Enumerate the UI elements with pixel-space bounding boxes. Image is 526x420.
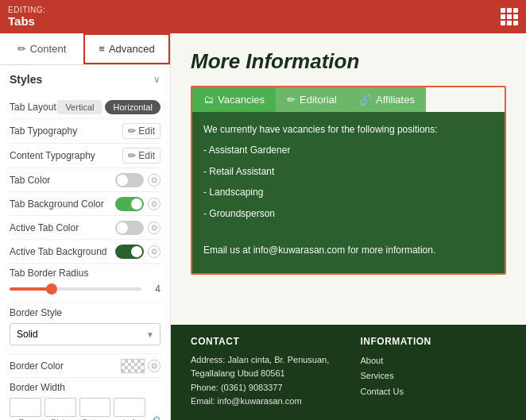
tab-typography-label: Tab Typography [10, 125, 122, 137]
tabs-nav: 🗂 Vacancies ✏ Editorial 🔗 Affiliates [192, 87, 505, 112]
border-right-wrap: Right [44, 398, 76, 420]
edit-icon: ✏ [128, 125, 136, 137]
main-layout: ✏ Content ≡ Advanced Styles ∨ Tab Layout… [0, 33, 526, 420]
advanced-tab-label: Advanced [109, 43, 155, 55]
footer-contact-link[interactable]: Contact Us [361, 384, 507, 400]
edit-icon2: ✏ [128, 150, 136, 161]
tab-content-item3: - Landscaping [203, 184, 493, 200]
active-tab-color-toggle[interactable] [115, 221, 144, 235]
border-style-select-wrap: Solid Dashed Dotted None ▼ [10, 323, 161, 345]
tab-typography-row: Tab Typography ✏ Edit [10, 119, 161, 144]
border-bottom-input[interactable] [79, 398, 111, 417]
advanced-tab-icon: ≡ [99, 43, 105, 55]
border-bottom-wrap: Bottom [79, 398, 111, 420]
tab-affiliates[interactable]: 🔗 Affiliates [348, 87, 426, 112]
active-tab-bg-label: Active Tab Background [10, 246, 115, 257]
border-top-wrap: Top [10, 398, 41, 420]
footer-info-heading: INFORMATION [361, 336, 507, 347]
border-color-row: Border Color ⊙ [10, 354, 161, 378]
active-tab-bg-settings-icon[interactable]: ⊙ [148, 245, 161, 258]
slider-track[interactable] [10, 287, 141, 291]
content-area: More Information 🗂 Vacancies ✏ Editorial… [171, 33, 526, 325]
editing-label: EDITING: [8, 6, 45, 14]
tab-layout-row: Tab Layout Vertical Horizontal [10, 95, 161, 119]
tab-content-outro: Email us at info@kuwarasan.com for more … [203, 242, 493, 258]
tab-bg-color-toggle[interactable] [115, 197, 144, 211]
tab-content-item4: - Groundsperson [203, 206, 493, 222]
tab-editorial[interactable]: ✏ Editorial [276, 87, 348, 112]
tab-advanced[interactable]: ≡ Advanced [83, 33, 170, 64]
footer-services-link[interactable]: Services [361, 368, 507, 384]
footer-contact-address: Address: Jalan cinta, Br. Penusuan, [191, 353, 337, 368]
tab-content-area: We currently have vacancies for the foll… [192, 112, 505, 273]
tab-color-settings-icon[interactable]: ⊙ [148, 174, 161, 187]
grid-icon[interactable] [501, 8, 518, 25]
border-color-settings-icon[interactable]: ⊙ [148, 360, 161, 372]
horizontal-btn[interactable]: Horizontal [105, 100, 161, 114]
right-panel: ‹ More Information 🗂 Vacancies ✏ Editori… [171, 33, 526, 420]
tab-content[interactable]: ✏ Content [0, 33, 83, 64]
tab-bg-color-controls: ⊙ [115, 197, 161, 211]
tab2-icon: ✏ [287, 94, 296, 106]
tab-bg-color-label: Tab Background Color [10, 198, 115, 210]
border-inputs: Top Right Bottom Left 🔗 [10, 398, 161, 420]
footer-contact-email: Email: info@kuwarasan.com [191, 395, 337, 409]
border-top-input[interactable] [10, 398, 41, 417]
left-panel: ✏ Content ≡ Advanced Styles ∨ Tab Layout… [0, 33, 171, 420]
border-radius-section: Tab Border Radius 4 [10, 264, 161, 303]
styles-section-header: Styles ∨ [10, 73, 161, 86]
tab-vacancies[interactable]: 🗂 Vacancies [192, 87, 276, 112]
tabs-widget: 🗂 Vacancies ✏ Editorial 🔗 Affiliates We … [191, 86, 506, 275]
tab-content-item2: - Retail Assistant [203, 164, 493, 179]
content-tab-icon: ✏ [17, 43, 26, 55]
active-tab-color-label: Active Tab Color [10, 222, 115, 233]
tab-layout-label: Tab Layout [10, 102, 57, 113]
slider-thumb[interactable] [46, 283, 57, 295]
editing-info: EDITING: Tabs [8, 6, 45, 28]
border-left-wrap: Left [114, 398, 145, 420]
active-tab-color-settings-icon[interactable]: ⊙ [148, 222, 161, 234]
tab2-label: Editorial [300, 94, 337, 106]
tab1-icon: 🗂 [203, 94, 214, 106]
active-tab-bg-toggle[interactable] [115, 245, 144, 259]
tab3-label: Affiliates [376, 94, 415, 106]
tab-content-intro: We currently have vacancies for the foll… [203, 121, 493, 137]
top-bar: EDITING: Tabs [0, 0, 526, 33]
border-radius-slider: 4 [10, 283, 161, 295]
content-typography-row: Content Typography ✏ Edit [10, 144, 161, 168]
panel-tabs: ✏ Content ≡ Advanced [0, 33, 170, 65]
border-color-swatch[interactable] [121, 359, 145, 373]
tab-typography-edit-btn[interactable]: ✏ Edit [122, 123, 161, 139]
footer-contact-city: Tegallalang Ubud 80561 [191, 367, 337, 381]
border-radius-label: Tab Border Radius [10, 268, 88, 279]
border-style-select[interactable]: Solid Dashed Dotted None [10, 323, 161, 345]
footer-contact-phone: Phone: (0361) 9083377 [191, 381, 337, 395]
border-width-section: Border Width Top Right Bottom [10, 378, 161, 420]
active-tab-color-row: Active Tab Color ⊙ [10, 216, 161, 240]
border-left-input[interactable] [114, 398, 145, 417]
vertical-btn[interactable]: Vertical [57, 100, 102, 114]
tab-bg-color-row: Tab Background Color ⊙ [10, 192, 161, 216]
tab-color-toggle[interactable] [115, 173, 144, 187]
border-radius-value: 4 [146, 283, 161, 295]
panel-content: Styles ∨ Tab Layout Vertical Horizontal … [0, 65, 170, 420]
border-style-label: Border Style [10, 307, 62, 318]
tab1-label: Vacancies [218, 94, 265, 106]
content-title: More Information [191, 49, 506, 74]
chevron-icon[interactable]: ∨ [153, 74, 161, 85]
footer-contact-col: CONTACT Address: Jalan cinta, Br. Penusu… [191, 336, 337, 409]
active-tab-color-controls: ⊙ [115, 221, 161, 235]
active-tab-bg-controls: ⊙ [115, 245, 161, 259]
tab-layout-toggle: Vertical Horizontal [57, 100, 161, 114]
border-right-input[interactable] [44, 398, 76, 417]
border-color-label: Border Color [10, 360, 121, 372]
border-width-label: Border Width [10, 382, 65, 393]
tab-bg-color-settings-icon[interactable]: ⊙ [148, 198, 161, 210]
tab-color-controls: ⊙ [115, 173, 161, 187]
active-tab-bg-row: Active Tab Background ⊙ [10, 240, 161, 264]
footer-about-link[interactable]: About [361, 353, 507, 369]
content-tab-label: Content [30, 43, 67, 55]
link-icon[interactable]: 🔗 [149, 416, 161, 420]
border-style-section: Border Style Solid Dashed Dotted None ▼ [10, 303, 161, 354]
content-typography-edit-btn[interactable]: ✏ Edit [122, 148, 161, 164]
